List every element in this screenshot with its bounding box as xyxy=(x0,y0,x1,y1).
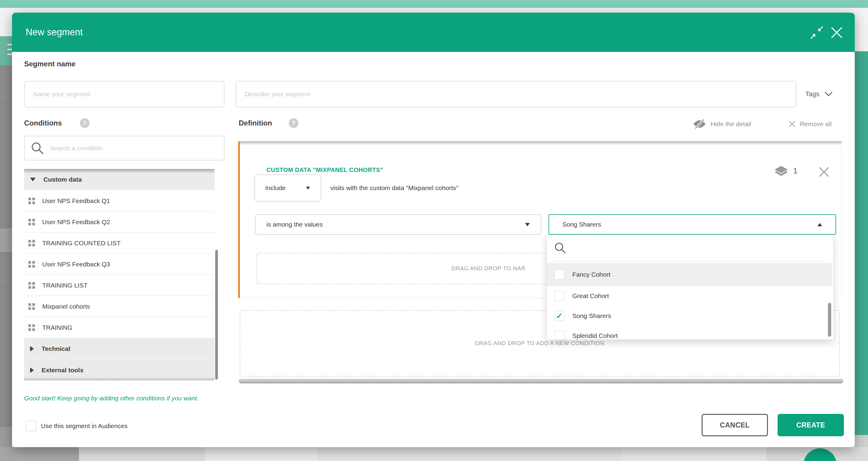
conditions-list: Custom dataUser NPS Feedback Q1User NPS … xyxy=(24,169,215,381)
close-icon[interactable] xyxy=(831,27,843,39)
triangle-right-icon xyxy=(30,346,34,351)
dropdown-option-label: Fancy Cohort xyxy=(572,271,610,278)
caret-down-icon xyxy=(525,223,530,226)
checkbox-icon[interactable] xyxy=(554,291,564,301)
triangle-down-icon xyxy=(30,178,36,181)
checkbox-icon[interactable] xyxy=(554,269,564,280)
drag-handle-icon xyxy=(28,240,35,247)
condition-search-input[interactable] xyxy=(50,144,218,152)
tags-dropdown[interactable]: Tags xyxy=(805,81,832,107)
condition-item-training[interactable]: TRAINING xyxy=(24,317,215,338)
dropdown-search-input[interactable] xyxy=(554,244,813,254)
dropdown-option-label: Song Sharers xyxy=(572,312,611,319)
dropdown-option-splendid-cohort[interactable]: Splendid Cohort xyxy=(547,326,832,340)
audiences-checkbox[interactable] xyxy=(25,421,36,431)
condition-card-title: CUSTOM DATA "MIXPANEL COHORTS" xyxy=(267,167,383,173)
checkbox-checked-icon[interactable]: ✓ xyxy=(554,311,564,321)
create-button[interactable]: CREATE xyxy=(778,414,844,436)
background-sidebar-selected xyxy=(0,228,12,252)
conditions-help-icon[interactable]: ? xyxy=(80,118,90,128)
card-top-shadow xyxy=(240,141,841,145)
list-bottom-shadow xyxy=(24,377,215,380)
list-top-shadow xyxy=(24,169,215,173)
condition-label: TRAINING COUNTED LIST xyxy=(42,239,121,247)
new-segment-modal: New segment Segment name Tags xyxy=(12,13,855,447)
triangle-right-icon xyxy=(30,368,34,373)
definition-horizontal-scrollbar[interactable] xyxy=(239,379,843,383)
modal-title: New segment xyxy=(26,13,83,52)
condition-label: TRAINING xyxy=(42,324,72,331)
remove-all-label: Remove all xyxy=(800,120,832,127)
hint-text: Good start! Keep going by adding other c… xyxy=(24,395,198,402)
condition-item-mixpanel-cohorts[interactable]: Mixpanel cohorts xyxy=(24,296,215,317)
condition-item-user-nps-feedback-q2[interactable]: User NPS Feedback Q2 xyxy=(24,211,215,233)
value-dropdown-options: Fancy CohortGreat Cohort✓Song SharersSpl… xyxy=(547,263,832,340)
audiences-checkbox-label: Use this segment in Audiences xyxy=(41,418,127,434)
nav-toggle-area[interactable] xyxy=(0,36,12,65)
condition-search xyxy=(24,136,224,161)
drag-handle-icon xyxy=(28,282,35,289)
hide-detail-label: Hide the detail xyxy=(711,120,751,127)
checkbox-icon[interactable] xyxy=(554,331,564,340)
operator-select[interactable]: is among the values xyxy=(255,214,541,235)
dropdown-option-label: Splendid Cohort xyxy=(572,332,618,339)
definition-label: Definition xyxy=(239,119,272,127)
dropdown-option-great-cohort[interactable]: Great Cohort xyxy=(547,286,832,306)
search-icon xyxy=(31,142,44,155)
collapse-icon[interactable] xyxy=(810,26,824,39)
value-select-value: Song Sharers xyxy=(562,221,601,228)
drag-handle-icon xyxy=(28,219,35,225)
drag-handle-icon xyxy=(28,261,35,268)
include-select-value: Include xyxy=(265,184,286,192)
caret-down-icon xyxy=(306,186,310,189)
drag-handle-icon xyxy=(28,303,35,310)
narrow-dropzone-text: DRAG AND DROP TO NAR xyxy=(452,253,525,284)
condition-label: TRAINING LIST xyxy=(42,282,88,289)
drag-handle-icon xyxy=(28,324,35,331)
condition-item-user-nps-feedback-q3[interactable]: User NPS Feedback Q3 xyxy=(24,254,215,275)
dropdown-divider xyxy=(554,261,827,262)
condition-group-technical[interactable]: Technical xyxy=(24,338,215,359)
dropdown-scrollbar[interactable] xyxy=(828,303,831,337)
value-dropdown-panel: Fancy CohortGreat Cohort✓Song SharersSpl… xyxy=(547,235,834,340)
background-page-bottom xyxy=(0,447,868,461)
screen: New segment Segment name Tags xyxy=(0,0,868,461)
condition-item-training-counted-list[interactable]: TRAINING COUNTED LIST xyxy=(24,233,215,254)
cancel-button[interactable]: CANCEL xyxy=(702,414,768,436)
eye-off-icon xyxy=(692,119,707,129)
hide-detail-button[interactable]: Hide the detail xyxy=(692,119,751,129)
condition-label: Custom data xyxy=(43,176,82,183)
caret-up-icon xyxy=(817,223,822,226)
include-select[interactable]: Include xyxy=(254,174,321,202)
condition-item-training-list[interactable]: TRAINING LIST xyxy=(24,275,215,296)
condition-label: User NPS Feedback Q3 xyxy=(42,261,110,268)
segment-name-input[interactable] xyxy=(24,81,224,107)
layer-count: 1 xyxy=(793,167,798,175)
conditions-scrollbar[interactable] xyxy=(215,250,218,379)
dropdown-option-song-sharers[interactable]: ✓Song Sharers xyxy=(547,306,832,326)
condition-label: User NPS Feedback Q1 xyxy=(42,197,110,205)
conditions-label: Conditions xyxy=(24,119,62,127)
page-topbar xyxy=(0,0,868,8)
condition-label: User NPS Feedback Q2 xyxy=(42,219,110,226)
drag-handle-icon xyxy=(28,198,35,204)
chevron-down-icon xyxy=(825,92,832,96)
remove-all-button[interactable]: Remove all xyxy=(788,119,832,129)
dropdown-option-label: Great Cohort xyxy=(572,292,609,299)
dropdown-option-fancy-cohort[interactable]: Fancy Cohort xyxy=(547,263,832,286)
segment-description-input[interactable] xyxy=(236,81,796,107)
operator-select-value: is among the values xyxy=(267,221,323,228)
condition-item-user-nps-feedback-q1[interactable]: User NPS Feedback Q1 xyxy=(24,191,215,211)
layers-icon xyxy=(774,166,788,179)
segment-name-label: Segment name xyxy=(24,60,76,68)
definition-help-icon[interactable]: ? xyxy=(289,118,299,128)
condition-sentence: visits with the custom data "Mixpanel co… xyxy=(330,174,458,202)
condition-label: Mixpanel cohorts xyxy=(42,303,90,310)
modal-header: New segment xyxy=(12,13,855,52)
background-right-panel xyxy=(855,51,868,435)
x-icon xyxy=(788,120,796,127)
condition-close-icon[interactable] xyxy=(818,167,830,177)
hamburger-icon xyxy=(7,44,12,45)
value-select[interactable]: Song Sharers xyxy=(549,214,836,235)
condition-label: Technical xyxy=(41,345,70,352)
